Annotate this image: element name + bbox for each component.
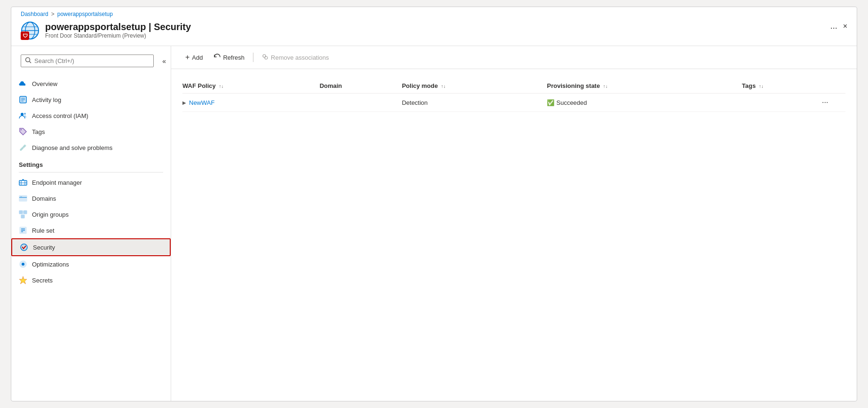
data-table: WAF Policy ↑↓ Domain Policy mode ↑↓ — [182, 78, 845, 112]
col-waf-policy-sort-icon: ↑↓ — [219, 84, 223, 89]
sidebar-item-overview[interactable]: Overview — [11, 76, 171, 92]
sidebar-item-overview-label: Overview — [32, 80, 57, 87]
search-icon — [25, 57, 32, 65]
domains-icon — [19, 194, 27, 203]
col-policy-mode-sort-icon: ↑↓ — [441, 84, 446, 89]
sidebar-item-secrets[interactable]: Secrets — [11, 272, 171, 288]
svg-marker-38 — [19, 276, 27, 284]
sidebar-item-access-control[interactable]: Access control (IAM) — [11, 108, 171, 124]
resource-name: powerappsportalsetup — [45, 22, 146, 32]
header-text-group: powerappsportalsetup | Security Front Do… — [45, 21, 191, 39]
sidebar-item-rule-set-label: Rule set — [32, 227, 55, 234]
col-waf-policy-label: WAF Policy — [182, 82, 216, 89]
col-provisioning-state-label: Provisioning state — [547, 82, 600, 89]
remove-associations-button[interactable]: Remove associations — [257, 51, 334, 64]
row-more-options-button[interactable]: ··· — [822, 98, 828, 106]
col-provisioning-state-sort-icon: ↑↓ — [603, 84, 608, 89]
svg-point-37 — [22, 263, 24, 266]
svg-point-17 — [21, 129, 22, 130]
refresh-label: Refresh — [223, 54, 245, 61]
resource-icon: 🛡 — [21, 21, 39, 40]
sidebar-item-rule-set[interactable]: Rule set — [11, 222, 171, 238]
cell-row-actions: ··· — [822, 94, 845, 112]
waf-policy-name: NewWAF — [189, 99, 214, 106]
refresh-button[interactable]: Refresh — [209, 51, 249, 64]
ruleset-icon — [19, 226, 27, 235]
sidebar-item-access-control-label: Access control (IAM) — [32, 112, 88, 119]
toolbar-divider — [253, 53, 253, 62]
header-separator: | — [149, 22, 154, 32]
svg-rect-23 — [19, 196, 27, 201]
cloud-icon — [19, 79, 27, 88]
col-provisioning-state[interactable]: Provisioning state ↑↓ — [547, 78, 742, 94]
sidebar-item-diagnose[interactable]: Diagnose and solve problems — [11, 140, 171, 156]
main-layout: « Overview — [11, 46, 857, 401]
add-icon: + — [185, 53, 189, 62]
breadcrumb: Dashboard > powerappsportalsetup — [11, 7, 857, 17]
col-waf-policy[interactable]: WAF Policy ↑↓ — [182, 78, 320, 94]
collapse-button[interactable]: « — [162, 57, 166, 65]
breadcrumb-separator: > — [51, 11, 55, 17]
sidebar-item-origin-groups[interactable]: Origin groups — [11, 206, 171, 222]
table-header-row: WAF Policy ↑↓ Domain Policy mode ↑↓ — [182, 78, 845, 94]
svg-point-8 — [26, 58, 30, 62]
search-input[interactable] — [34, 57, 150, 64]
status-cell: ✅ Succeeded — [547, 99, 736, 106]
cell-policy-mode: Detection — [402, 94, 547, 112]
col-policy-mode-label: Policy mode — [402, 82, 438, 89]
remove-associations-icon — [262, 54, 268, 62]
success-icon: ✅ — [547, 99, 554, 106]
cell-tags — [742, 94, 822, 112]
provisioning-state-value: Succeeded — [556, 99, 587, 106]
sidebar-item-activity-log[interactable]: Activity log — [11, 92, 171, 108]
cell-waf-policy: ▶ NewWAF — [182, 94, 320, 112]
sidebar-item-security[interactable]: Security — [11, 238, 171, 256]
sidebar-item-domains[interactable]: Domains — [11, 190, 171, 206]
sidebar-item-tags[interactable]: Tags — [11, 124, 171, 140]
settings-section-label: Settings — [11, 156, 171, 170]
header-title: powerappsportalsetup | Security — [45, 21, 191, 32]
header-right: ... × — [830, 21, 847, 31]
cell-provisioning-state: ✅ Succeeded — [547, 94, 742, 112]
add-label: Add — [192, 54, 203, 61]
col-actions — [822, 78, 845, 94]
main-window: Dashboard > powerappsportalsetup 🛡 power… — [11, 7, 857, 401]
table-row: ▶ NewWAF Detection — [182, 94, 845, 112]
sidebar-item-tags-label: Tags — [32, 128, 45, 135]
policy-mode-value: Detection — [402, 99, 428, 106]
page-title: Security — [154, 22, 191, 32]
col-domain: Domain — [320, 78, 402, 94]
sidebar-item-endpoint-manager-label: Endpoint manager — [32, 179, 82, 186]
col-tags-sort-icon: ↑↓ — [759, 84, 764, 89]
people-icon — [19, 111, 27, 120]
sidebar-item-endpoint-manager[interactable]: Endpoint manager — [11, 174, 171, 190]
cell-domain — [320, 94, 402, 112]
toolbar: + Add Refresh — [171, 46, 857, 69]
secrets-icon — [19, 276, 27, 284]
add-button[interactable]: + Add — [181, 51, 207, 64]
close-button[interactable]: × — [843, 22, 847, 31]
sidebar-item-secrets-label: Secrets — [32, 277, 53, 284]
refresh-icon — [214, 54, 221, 62]
col-tags[interactable]: Tags ↑↓ — [742, 78, 822, 94]
svg-point-15 — [21, 113, 24, 116]
sidebar-item-origin-groups-label: Origin groups — [32, 211, 69, 218]
row-expand-icon[interactable]: ▶ — [182, 100, 186, 105]
settings-divider — [19, 172, 163, 173]
col-policy-mode[interactable]: Policy mode ↑↓ — [402, 78, 547, 94]
sidebar: « Overview — [11, 46, 171, 401]
breadcrumb-resource[interactable]: powerappsportalsetup — [57, 11, 113, 17]
origin-icon — [19, 210, 27, 219]
more-options-button[interactable]: ... — [830, 21, 837, 31]
svg-line-9 — [30, 62, 32, 63]
optimizations-icon — [19, 260, 27, 268]
sidebar-item-optimizations[interactable]: Optimizations — [11, 256, 171, 272]
security-icon — [20, 243, 28, 251]
svg-rect-27 — [19, 211, 23, 214]
log-icon — [19, 95, 27, 104]
waf-policy-link[interactable]: ▶ NewWAF — [182, 99, 314, 106]
header-subtitle: Front Door Standard/Premium (Preview) — [45, 32, 191, 39]
svg-text:🛡: 🛡 — [23, 33, 28, 39]
breadcrumb-dashboard[interactable]: Dashboard — [21, 11, 48, 17]
svg-point-16 — [24, 113, 26, 115]
